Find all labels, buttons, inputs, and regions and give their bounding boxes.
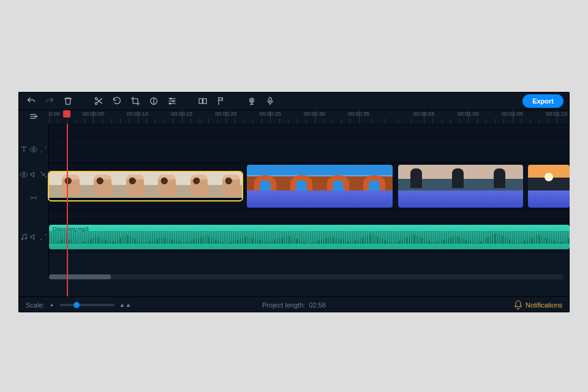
video-clip[interactable]	[247, 165, 393, 208]
audio-waveform	[49, 231, 570, 249]
bell-icon	[513, 300, 523, 310]
svg-point-9	[251, 99, 253, 101]
svg-point-14	[40, 172, 41, 173]
timeline-toolbar: Export	[18, 92, 570, 110]
track-spacer-bottom	[18, 252, 570, 277]
playhead-handle[interactable]	[63, 110, 70, 118]
video-clip[interactable]	[398, 165, 523, 208]
svg-point-17	[24, 238, 26, 239]
video-track[interactable]	[18, 163, 570, 209]
project-length: Project length: 02:58	[262, 301, 326, 309]
ruler-tick-label: 00:00:15	[171, 111, 192, 117]
clip-thumbnail	[49, 172, 81, 198]
link-track-icon[interactable]	[29, 194, 38, 202]
svg-point-4	[173, 100, 174, 102]
color-adjust-button[interactable]	[147, 94, 160, 108]
scale-slider[interactable]	[59, 304, 115, 306]
scale-label: Scale:	[26, 301, 45, 309]
clip-thumbnail	[284, 165, 320, 190]
svg-point-3	[170, 98, 172, 99]
clip-thumbnail	[247, 165, 284, 190]
mute-icon[interactable]	[29, 170, 38, 179]
link-track-icon[interactable]	[39, 233, 48, 241]
ruler-tick-label: 00:00:35	[348, 111, 369, 117]
audio-track[interactable]: Discovery.mp3	[18, 222, 570, 252]
svg-point-8	[250, 98, 254, 102]
ruler-tick-label: 00:01:10	[546, 111, 567, 117]
text-track[interactable]	[18, 136, 570, 163]
clip-thumbnail	[178, 172, 209, 198]
svg-point-12	[23, 174, 24, 176]
fx-icon[interactable]	[39, 170, 48, 179]
ruler-row: 00:00:0000:00:0500:00:1000:00:1500:00:20…	[18, 110, 570, 124]
transitions-button[interactable]	[196, 94, 209, 108]
webcam-record-button[interactable]	[245, 94, 258, 108]
svg-rect-7	[203, 99, 206, 104]
visibility-icon[interactable]	[20, 170, 28, 179]
scale-slider-knob[interactable]	[74, 302, 80, 308]
music-icon	[20, 233, 28, 241]
crop-button[interactable]	[129, 94, 142, 108]
clip-thumbnail	[528, 165, 570, 190]
voice-record-button[interactable]	[263, 94, 277, 108]
clip-thumbnail	[145, 172, 177, 198]
timeline-footer: Scale: ▲ ▲▲ Project length: 02:58 Notifi…	[18, 296, 570, 312]
delete-button[interactable]	[61, 94, 75, 108]
svg-point-11	[32, 149, 34, 151]
clip-thumbnail	[320, 165, 356, 190]
svg-point-5	[170, 103, 171, 104]
ruler-tick-label: 00:00:55	[413, 111, 434, 117]
properties-button[interactable]	[165, 94, 179, 108]
svg-point-15	[45, 176, 45, 177]
time-ruler[interactable]: 00:00:0000:00:0500:00:1000:00:1500:00:20…	[49, 110, 570, 124]
video-clip[interactable]	[528, 165, 570, 208]
clip-thumbnail	[209, 172, 241, 198]
clip-thumbnail	[113, 172, 145, 198]
rotate-button[interactable]	[110, 94, 124, 108]
menu-lines-icon	[29, 111, 39, 123]
marker-button[interactable]	[214, 94, 228, 108]
link-track-icon[interactable]	[39, 145, 48, 154]
ruler-tick-label: 00:01:00	[458, 111, 479, 117]
ruler-tick-label: 00:00:05	[83, 111, 104, 117]
ruler-tick-label: 00:00:25	[260, 111, 281, 117]
zoom-in-icon[interactable]: ▲▲	[119, 301, 132, 308]
notifications-label: Notifications	[526, 301, 562, 309]
ruler-tick-label: 00:00:10	[127, 111, 148, 117]
project-length-value: 02:58	[309, 301, 326, 309]
clip-thumbnail	[440, 165, 481, 190]
scrollbar-thumb[interactable]	[49, 274, 111, 279]
audio-clip[interactable]: Discovery.mp3	[49, 225, 570, 249]
svg-point-13	[42, 173, 45, 176]
clip-thumbnail	[81, 172, 113, 198]
ruler-tick-label: 00:00:30	[304, 111, 325, 117]
project-length-label: Project length:	[262, 301, 305, 309]
ruler-tick-label: 00:00:00	[49, 111, 60, 117]
ruler-tick-label: 00:00:20	[215, 111, 236, 117]
notifications-button[interactable]: Notifications	[513, 300, 562, 310]
track-spacer-top	[18, 124, 570, 136]
track-add-button[interactable]	[18, 110, 49, 124]
undo-button[interactable]	[24, 94, 38, 108]
video-editor-timeline-panel: Export 00:00:0000:00:0500:00:1000:00:150…	[18, 92, 570, 312]
horizontal-scrollbar[interactable]	[49, 274, 564, 279]
clip-thumbnail	[481, 165, 523, 190]
svg-rect-6	[199, 99, 202, 104]
text-track-icon	[20, 145, 28, 154]
clip-thumbnail	[356, 165, 393, 190]
visibility-icon[interactable]	[29, 145, 38, 154]
audio-track-lane[interactable]: Discovery.mp3	[49, 222, 570, 252]
video-track-lane[interactable]	[49, 163, 570, 209]
export-button[interactable]: Export	[522, 94, 564, 108]
tracks-container: Discovery.mp3	[18, 124, 570, 296]
cut-button[interactable]	[92, 94, 105, 108]
svg-rect-10	[269, 97, 271, 102]
zoom-out-icon[interactable]: ▲	[50, 302, 55, 307]
clip-thumbnail	[398, 165, 440, 190]
mute-icon[interactable]	[29, 233, 38, 241]
video-clip[interactable]	[49, 172, 242, 200]
redo-button[interactable]	[43, 94, 56, 108]
ruler-tick-label: 00:01:05	[502, 111, 523, 117]
track-spacer-mid	[18, 209, 570, 222]
svg-point-16	[21, 238, 22, 239]
